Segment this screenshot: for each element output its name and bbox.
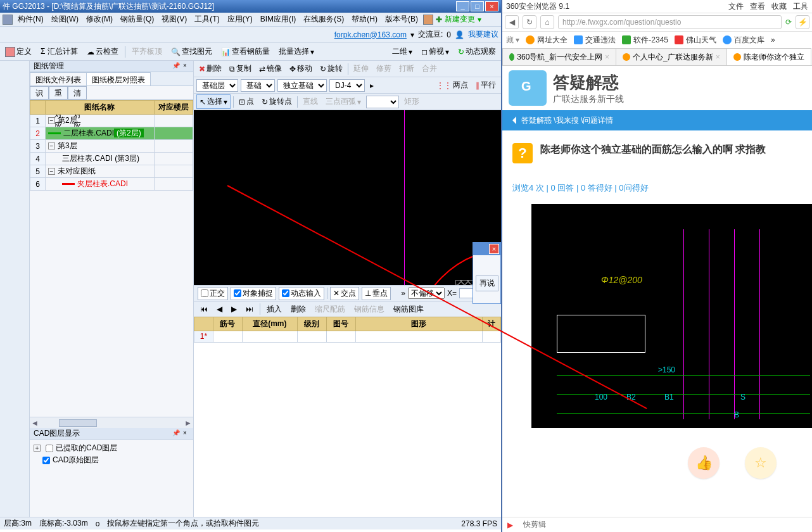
menu-help[interactable]: 帮助(H) (349, 13, 380, 26)
maximize-button[interactable]: □ (471, 1, 484, 11)
table-row[interactable]: 1−第2层 (30, 115, 193, 127)
quickedit-icon[interactable]: ▶ (507, 521, 513, 529)
lightning-icon[interactable]: ⚡ (796, 15, 809, 29)
table-row[interactable]: 4三层柱表.CADI (第3层) (30, 153, 193, 165)
table-row[interactable]: 3−第3层 (30, 140, 193, 153)
table-row[interactable]: 6夹层柱表.CADI (30, 178, 193, 191)
nav-prev[interactable]: ◀ (214, 303, 225, 315)
favorite-button[interactable]: ☆ (745, 447, 777, 479)
delete-rebar-button[interactable]: 删除 (288, 303, 308, 316)
point-button[interactable]: ⊡点 (236, 95, 257, 108)
category-select[interactable]: 基础 (241, 79, 275, 92)
tab-file-list[interactable]: 图纸文件列表 (30, 72, 87, 86)
bm-all[interactable]: 网址大全 (526, 35, 568, 46)
panel-close-button[interactable]: × (181, 62, 189, 71)
menu-apply[interactable]: 应用(Y) (225, 13, 255, 26)
bm-weather[interactable]: 佛山天气 (675, 35, 716, 46)
menu-view[interactable]: 视图(V) (159, 13, 189, 26)
minimize-button[interactable]: _ (456, 1, 469, 11)
rebar-lib-button[interactable]: 钢筋图库 (391, 303, 426, 316)
refresh-icon[interactable]: ⟳ (785, 18, 792, 27)
cad-node-extracted[interactable]: +已提取的CAD图层 (34, 442, 189, 454)
nav-last[interactable]: ⏭ (243, 303, 256, 315)
rotpoint-button[interactable]: ↻旋转点 (259, 95, 295, 108)
find-button[interactable]: 🔍查找图元 (168, 45, 215, 58)
copy-button[interactable]: ⧉复制 (227, 62, 254, 75)
cross-toggle[interactable]: ✕交点 (330, 287, 359, 300)
collapse-icon[interactable]: − (48, 142, 55, 149)
suggest-link[interactable]: 我要建议 (468, 29, 498, 40)
browser-tab-0[interactable]: 360导航_新一代安全上网× (502, 48, 616, 65)
top-view-button[interactable]: ◻俯视 ▾ (419, 45, 452, 58)
like-button[interactable]: 👍 (688, 447, 720, 479)
rotate-button[interactable]: ↻旋转 (317, 62, 345, 75)
new-change-button[interactable]: ✚新建变更 ▾ (436, 14, 481, 25)
select-button[interactable]: ↖选择 ▾ (196, 94, 231, 109)
cad-node-original[interactable]: CAD原始图层 (34, 454, 189, 466)
table-row-selected[interactable]: 2二层柱表.CADI(第2层) (30, 127, 193, 140)
define-button[interactable]: 定义 (3, 45, 34, 58)
recognize-floor-button[interactable]: 识别楼层表 (30, 86, 49, 99)
module-selector[interactable] (0, 61, 30, 517)
reload-button[interactable]: ↻ (523, 15, 536, 29)
home-button[interactable]: ⌂ (540, 15, 554, 29)
move-button[interactable]: ✥移动 (287, 62, 315, 75)
browser-menu-view[interactable]: 查看 (750, 1, 765, 12)
browser-menu-fav[interactable]: 收藏 (771, 1, 787, 12)
tab-floor-map[interactable]: 图纸楼层对照表 (86, 72, 151, 86)
view-rebar-button[interactable]: 📊查看钢筋量 (219, 45, 272, 58)
batch-select-button[interactable]: 批量选择 ▾ (276, 45, 317, 58)
table-row[interactable]: 5−未对应图纸 (30, 165, 193, 178)
browser-menu-tool[interactable]: 工具 (793, 1, 808, 12)
user-email[interactable]: forpk.chen@163.com (334, 30, 407, 39)
menu-version[interactable]: 版本号(B) (383, 13, 421, 26)
cloud-check-button[interactable]: ☁云检查 (84, 45, 121, 58)
dyninput-toggle[interactable]: 动态输入 (279, 287, 324, 300)
cad-viewport[interactable]: A 4800 4500 3900 7 8 9 Y X (194, 110, 501, 285)
twopoint-button[interactable]: ⋮⋮两点 (434, 79, 471, 92)
pin-icon[interactable]: 📌 (172, 429, 181, 438)
subtype-select[interactable]: 独立基础 (277, 79, 327, 92)
collapse-icon[interactable]: − (48, 117, 55, 124)
window-close-button[interactable]: × (485, 1, 498, 11)
bm-soft[interactable]: 软件-2345 (622, 35, 668, 46)
parallel-button[interactable]: ∥平行 (473, 79, 498, 92)
bm-traffic[interactable]: 交通违法 (574, 35, 616, 46)
pin-icon[interactable]: 📌 (172, 62, 181, 71)
delete-button[interactable]: ✖删除 (196, 62, 224, 75)
perp-toggle[interactable]: ⊥垂点 (362, 287, 391, 300)
collapse-icon[interactable]: − (48, 168, 55, 175)
ortho-toggle[interactable]: 正交 (198, 287, 228, 300)
mirror-button[interactable]: ⇄镜像 (257, 62, 284, 75)
nav-first[interactable]: ⏮ (198, 303, 210, 315)
attribute-button[interactable]: ▸ (367, 80, 376, 91)
menu-rebar[interactable]: 钢筋量(Q) (118, 13, 156, 26)
menu-modify[interactable]: 修改(M) (84, 13, 115, 26)
rebar-row[interactable]: 1* (194, 331, 501, 342)
menu-tools[interactable]: 工具(T) (192, 13, 222, 26)
drawing-hscroll[interactable]: ◄► (30, 417, 193, 428)
bm-wenku[interactable]: 百度文库 (723, 35, 764, 46)
menu-component[interactable]: 构件(N) (15, 13, 46, 26)
floor-select[interactable]: 基础层 (196, 79, 238, 92)
flatten-button[interactable]: 平齐板顶 (129, 45, 165, 58)
sum-button[interactable]: Σ 汇总计算 (38, 45, 80, 58)
remap-button[interactable]: 重新对应 (49, 86, 68, 99)
clear-map-button[interactable]: 清除对应 (68, 86, 87, 99)
nav-next[interactable]: ▶ (229, 303, 239, 315)
orbit-button[interactable]: ↻动态观察 (455, 45, 498, 58)
menu-draw[interactable]: 绘图(W) (49, 13, 81, 26)
url-input[interactable] (558, 15, 782, 29)
question-image[interactable]: Φ12@200 >150 100 B2 B1 S B (531, 204, 812, 428)
browser-tab-2[interactable]: 陈老师你这个独立 (726, 48, 811, 65)
insert-button[interactable]: 插入 (264, 303, 284, 316)
component-select[interactable]: DJ-4 (329, 79, 365, 92)
nav-back-button[interactable]: ◀ (505, 15, 519, 29)
menu-bim[interactable]: BIM应用(I) (258, 13, 299, 26)
osnap-toggle[interactable]: 对象捕捉 (231, 287, 276, 300)
panel-close-button[interactable]: × (181, 429, 189, 438)
2d-button[interactable]: 二维 ▾ (390, 45, 415, 58)
browser-menu-file[interactable]: 文件 (728, 1, 744, 12)
menu-online[interactable]: 在线服务(S) (301, 13, 346, 26)
browser-tab-1[interactable]: 个人中心_广联达服务新× (616, 48, 727, 65)
